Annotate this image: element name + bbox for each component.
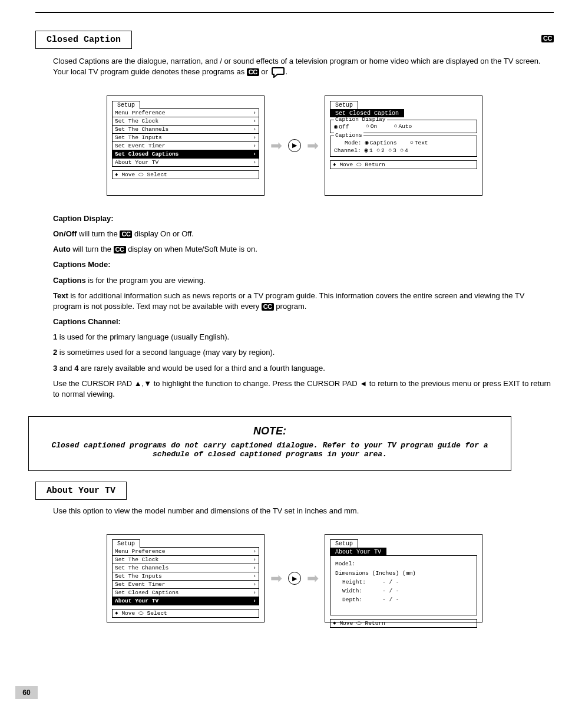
screens-row-closed-caption: Setup Menu Preference› Set The Clock› Se… [35,95,554,196]
menu-item[interactable]: About Your TV› [113,159,259,166]
tab-set-closed-caption: Set Closed Caption [330,109,404,117]
menu-item[interactable]: Set The Channels› [113,126,259,134]
menu-item[interactable]: Menu Preference› [113,109,259,117]
menu-item[interactable]: Set Event Timer› [113,142,259,150]
caption-display-desc: Caption Display: [53,213,554,224]
setup-menu-list: Menu Preference› Set The Clock› Set The … [112,547,259,605]
intro-text: Closed Captions are the dialogue, narrat… [53,56,554,78]
osd-footer: ♦ Move ⬭ Return [330,160,477,169]
screens-row-about: Setup Menu Preference› Set The Clock› Se… [35,534,554,622]
tab-setup: Setup [112,539,140,548]
cc-icon: CC [541,35,554,42]
menu-item[interactable]: Set Closed Captions› [113,589,259,597]
menu-item[interactable]: Set The Clock› [113,556,259,564]
menu-item-selected[interactable]: About Your TV› [113,597,259,605]
tab-about-your-tv: About Your TV [330,548,386,556]
radio-ch-2[interactable]: ○2 [376,147,385,154]
tab-setup: Setup [330,101,358,109]
cc-icon: CC [262,303,274,311]
captions-mode-desc: Captions Mode: [53,259,554,270]
cc-icon: CC [120,230,132,238]
osd-screen-about-your-tv: Setup About Your TV Model: Dimensions (I… [325,534,482,622]
menu-item[interactable]: Set The Channels› [113,564,259,572]
arrow-right-icon: ➡ [270,570,282,587]
cursor-right-button-icon: ▶ [288,139,301,152]
menu-item[interactable]: Menu Preference› [113,548,259,556]
osd-footer: ♦ Move ⬭ Select [112,609,259,618]
radio-mode-text[interactable]: ○Text [409,139,428,146]
cc-icon: CC [114,246,126,253]
arrow-right-icon: ➡ [270,137,282,154]
radio-ch-4[interactable]: ○4 [400,147,408,154]
note-box: NOTE: Closed captioned programs do not c… [28,416,511,471]
menu-item[interactable]: Set Event Timer› [113,581,259,589]
tab-setup: Setup [112,101,140,109]
radio-ch-1[interactable]: ◉1 [365,146,373,154]
osd-screen-setup-menu: Setup Menu Preference› Set The Clock› Se… [107,95,265,196]
menu-item[interactable]: Set The Clock› [113,117,259,126]
captions-channel-desc: Captions Channel: [53,317,554,327]
tab-setup: Setup [330,539,358,548]
captions-group: Captions Mode: ◉Captions ○Text Channel: … [330,136,477,157]
arrow-right-icon: ➡ [307,570,319,587]
osd-screen-setup-menu-2: Setup Menu Preference› Set The Clock› Se… [107,534,265,622]
osd-footer: ♦ Move ⬭ Return [330,619,477,628]
menu-item[interactable]: Set The Inputs› [113,134,259,142]
arrow-right-icon: ➡ [307,137,319,154]
radio-ch-3[interactable]: ○3 [388,147,396,154]
radio-on[interactable]: ○On [365,123,377,130]
cursor-right-button-icon: ▶ [288,572,301,585]
caption-display-group: Caption Display ◉Off ○On ○Auto [330,120,477,133]
section-title-closed-caption: Closed Caption [35,31,132,49]
osd-footer: ♦ Move ⬭ Select [112,170,259,179]
about-intro: Use this option to view the model number… [53,506,554,516]
menu-item[interactable]: Set The Inputs› [113,572,259,581]
setup-menu-list: Menu Preference› Set The Clock› Set The … [112,108,259,167]
radio-mode-captions[interactable]: ◉Captions [365,139,397,146]
menu-item-selected[interactable]: Set Closed Captions› [113,150,259,159]
speech-balloon-icon [272,67,285,78]
radio-auto[interactable]: ○Auto [394,123,412,130]
radio-off[interactable]: ◉Off [334,123,349,130]
section-title-about-your-tv: About Your TV [35,482,127,500]
cc-icon: CC [247,68,259,76]
osd-screen-set-closed-caption: Setup Set Closed Caption Caption Display… [325,95,482,196]
